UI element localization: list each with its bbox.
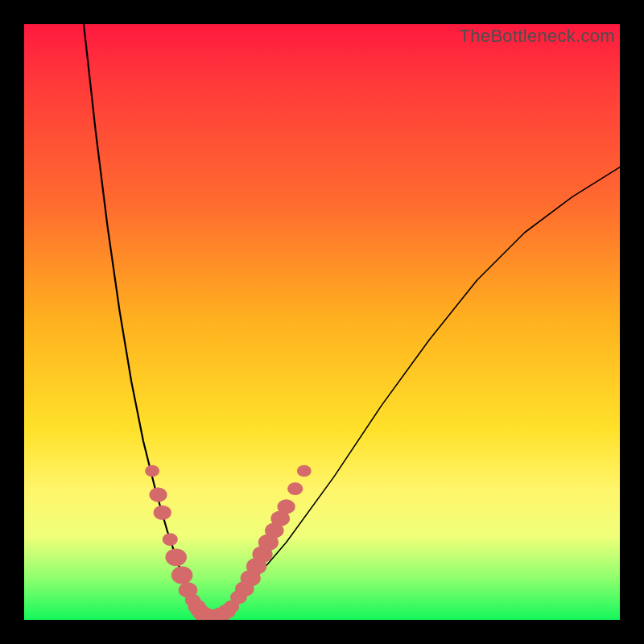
data-marker (171, 567, 193, 584)
curve-group (84, 24, 620, 620)
data-marker (297, 465, 312, 477)
data-marker (163, 533, 178, 546)
data-marker (154, 506, 171, 520)
chart-svg (24, 24, 620, 620)
data-marker (145, 465, 159, 477)
data-marker (165, 548, 187, 566)
chart-plot-area: TheBottleneck.com (24, 24, 620, 620)
data-marker (287, 482, 303, 495)
data-marker (278, 499, 295, 514)
chart-frame: TheBottleneck.com (0, 0, 644, 644)
data-marker (149, 488, 167, 502)
curve-left-curve (84, 24, 208, 620)
